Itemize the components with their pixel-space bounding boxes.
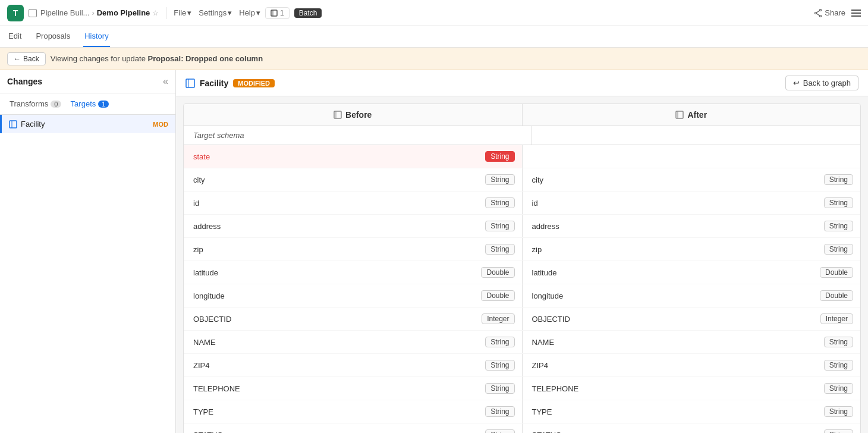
- after-cell: zipString: [523, 238, 861, 261]
- topbar: T Pipeline Buil... › Demo Pipeline ☆ Fil…: [0, 0, 868, 26]
- transforms-badge: 0: [51, 101, 61, 108]
- after-cell: addressString: [523, 215, 861, 237]
- tab-transforms[interactable]: Transforms 0: [7, 98, 64, 109]
- before-cell: zipString: [184, 238, 523, 261]
- type-badge: String: [485, 244, 514, 255]
- share-button[interactable]: Share: [814, 8, 845, 17]
- back-button[interactable]: ← Back: [7, 52, 46, 65]
- before-label: Before: [345, 110, 372, 120]
- svg-rect-11: [334, 111, 341, 118]
- content-header: Facility MODIFIED ↩ Back to graph: [176, 70, 868, 96]
- help-menu-item[interactable]: Help ▾: [239, 8, 260, 17]
- type-badge: Double: [481, 290, 514, 301]
- type-badge: String: [485, 221, 514, 231]
- field-name: STATUS: [523, 431, 824, 434]
- table-row: TELEPHONEStringTELEPHONEString: [184, 377, 860, 400]
- type-badge: String: [824, 174, 853, 185]
- before-cell: ZIP4String: [184, 354, 523, 376]
- before-cell: addressString: [184, 215, 523, 237]
- table-row: idStringidString: [184, 192, 860, 215]
- schema-container: Before After Target schema stateStringci…: [176, 96, 868, 433]
- svg-rect-13: [676, 111, 683, 118]
- sidebar-tabs: Transforms 0 Targets 1: [0, 93, 175, 115]
- after-cell: ZIP4String: [523, 354, 861, 376]
- mod-badge: MOD: [153, 121, 168, 128]
- share-icon: [814, 9, 822, 17]
- targets-badge: 1: [98, 101, 109, 108]
- back-arrow-icon: ←: [14, 55, 21, 63]
- after-cell: OBJECTIDInteger: [523, 308, 861, 330]
- table-row: STATUSStringSTATUSString: [184, 423, 860, 433]
- before-cell: latitudeDouble: [184, 261, 523, 284]
- before-cell: cityString: [184, 168, 523, 191]
- before-cell: stateString: [184, 145, 523, 168]
- before-cell: idString: [184, 192, 523, 214]
- after-cell: NAMEString: [523, 331, 861, 353]
- back-to-graph-button[interactable]: ↩ Back to graph: [785, 76, 858, 90]
- content-area: Facility MODIFIED ↩ Back to graph Before: [176, 70, 868, 433]
- facility-sidebar-icon: [9, 120, 17, 128]
- after-cell: STATUSString: [523, 423, 861, 433]
- field-name: state: [184, 152, 485, 161]
- after-cell: cityString: [523, 168, 861, 191]
- svg-line-6: [817, 13, 820, 15]
- table-row: addressStringaddressString: [184, 215, 860, 238]
- type-badge: String: [485, 406, 514, 417]
- after-label: After: [687, 110, 707, 120]
- topbar-right: Share: [814, 8, 861, 17]
- sidebar-header: Changes «: [0, 70, 175, 93]
- field-name: zip: [523, 245, 824, 254]
- topbar-divider: [166, 7, 166, 19]
- after-cell: idString: [523, 192, 861, 214]
- type-badge: Integer: [820, 313, 853, 324]
- field-name: TYPE: [184, 407, 485, 416]
- tab-proposals[interactable]: Proposals: [34, 26, 71, 47]
- type-badge: String: [824, 337, 853, 347]
- schema-table: Before After Target schema stateStringci…: [183, 103, 861, 433]
- after-cell: latitudeDouble: [523, 261, 861, 284]
- table-row: NAMEStringNAMEString: [184, 331, 860, 354]
- svg-rect-0: [271, 10, 277, 16]
- type-badge: String: [485, 337, 514, 347]
- after-cell: TELEPHONEString: [523, 377, 861, 400]
- sidebar: Changes « Transforms 0 Targets 1 Facilit…: [0, 70, 176, 433]
- collapse-button[interactable]: «: [163, 76, 168, 87]
- field-name: ZIP4: [184, 361, 485, 370]
- field-name: latitude: [184, 268, 481, 277]
- type-badge: String: [824, 406, 853, 417]
- pipeline-count[interactable]: 1: [265, 7, 290, 19]
- table-row: zipStringzipString: [184, 238, 860, 261]
- breadcrumb: Pipeline Buil... › Demo Pipeline ☆: [29, 8, 159, 17]
- type-badge: String: [824, 429, 853, 433]
- star-icon[interactable]: ☆: [152, 9, 159, 17]
- type-badge: String: [824, 383, 853, 394]
- main-layout: Changes « Transforms 0 Targets 1 Facilit…: [0, 70, 868, 433]
- type-badge: Double: [820, 267, 853, 278]
- table-row: longitudeDoublelongitudeDouble: [184, 284, 860, 308]
- type-badge: String: [485, 197, 514, 208]
- batch-badge[interactable]: Batch: [294, 8, 322, 18]
- hamburger-menu[interactable]: [851, 10, 861, 17]
- breadcrumb-prefix: Pipeline Buil...: [40, 8, 89, 17]
- svg-point-2: [820, 9, 822, 11]
- schema-rows: stateStringcityStringcityStringidStringi…: [184, 145, 860, 433]
- breadcrumb-separator: ›: [92, 8, 94, 17]
- tab-edit[interactable]: Edit: [7, 26, 23, 47]
- table-row: cityStringcityString: [184, 168, 860, 192]
- field-name: id: [523, 199, 824, 208]
- svg-rect-7: [10, 121, 17, 128]
- before-cell: TYPEString: [184, 400, 523, 423]
- type-badge: Integer: [482, 313, 514, 324]
- field-name: city: [184, 175, 485, 184]
- field-name: zip: [184, 245, 485, 254]
- file-menu-item[interactable]: File ▾: [174, 8, 191, 17]
- svg-point-3: [820, 15, 822, 17]
- pipeline-count-icon: [271, 10, 278, 17]
- tab-history[interactable]: History: [83, 26, 109, 47]
- tab-targets[interactable]: Targets 1: [68, 98, 112, 109]
- type-badge: String: [485, 383, 514, 394]
- settings-menu-item[interactable]: Settings ▾: [199, 8, 232, 17]
- type-badge: String: [485, 429, 514, 433]
- sidebar-item-facility[interactable]: Facility MOD: [0, 115, 175, 133]
- type-badge: String: [824, 221, 853, 231]
